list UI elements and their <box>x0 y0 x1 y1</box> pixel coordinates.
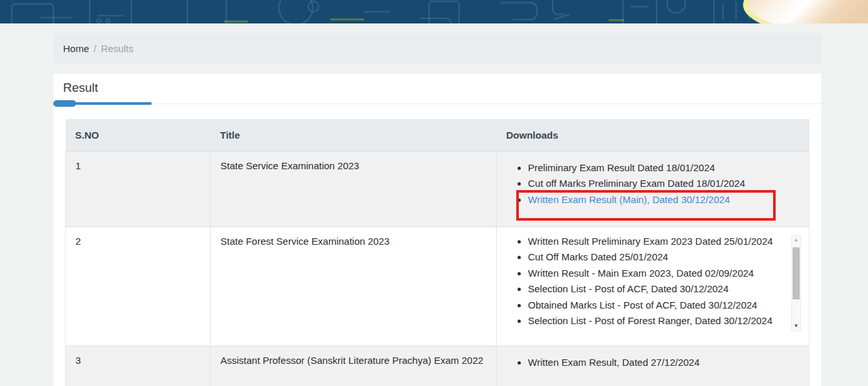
download-item-label[interactable]: Cut off Marks Preliminary Exam Dated 18/… <box>528 178 745 189</box>
table-row-1: 1 State Service Examination 2023 Prelimi… <box>66 151 809 227</box>
download-list: Written Exam Result, Dated 27/12/2024 <box>506 355 801 371</box>
download-item[interactable]: Written Exam Result, Dated 27/12/2024 <box>528 355 801 371</box>
breadcrumb-current: Results <box>101 43 133 54</box>
row3-title: Assistant Professor (Sanskrit Literature… <box>211 346 497 386</box>
row1-downloads: Preliminary Exam Result Dated 18/01/2024… <box>497 151 809 227</box>
title-underline-pill <box>53 100 76 107</box>
download-item-label[interactable]: Written Result Preliminary Exam 2023 Dat… <box>528 236 773 247</box>
download-item-label[interactable]: Cut Off Marks Dated 25/01/2024 <box>528 251 668 262</box>
download-item[interactable]: Written Result Preliminary Exam 2023 Dat… <box>528 234 778 250</box>
download-item-label[interactable]: Obtained Marks List - Post of ACF, Dated… <box>528 299 757 310</box>
download-item[interactable]: Written Exam Result (Main), Dated 30/12/… <box>528 192 801 208</box>
downloads-scroll-area[interactable]: Written Result Preliminary Exam 2023 Dat… <box>506 234 802 333</box>
downloads-scrollbar[interactable]: ▲ ▼ <box>791 235 801 331</box>
download-item-label[interactable]: Preliminary Exam Result Dated 18/01/2024 <box>528 162 715 173</box>
download-item[interactable]: Written Result - Main Exam 2023, Dated 0… <box>528 266 778 282</box>
banner-photo-decoration <box>715 0 868 23</box>
column-header-title: Title <box>211 119 497 151</box>
scroll-down-icon[interactable]: ▼ <box>792 322 800 331</box>
row3-sno: 3 <box>66 346 211 386</box>
column-header-downloads: Downloads <box>497 119 809 151</box>
row3-downloads: Written Exam Result, Dated 27/12/2024 <box>497 346 809 386</box>
row2-downloads: Written Result Preliminary Exam 2023 Dat… <box>497 227 809 346</box>
table-header-row: S.NO Title Downloads <box>66 119 809 151</box>
breadcrumb-separator: / <box>94 43 96 54</box>
download-item[interactable]: Preliminary Exam Result Dated 18/01/2024 <box>528 160 801 176</box>
download-item[interactable]: Selection List - Post of ACF, Dated 30/1… <box>528 281 778 297</box>
download-item-label[interactable]: Selection List - Post of Forest Ranger, … <box>528 315 772 326</box>
page-title: Result <box>63 81 98 95</box>
table-row-3: 3 Assistant Professor (Sanskrit Literatu… <box>66 346 809 386</box>
row2-sno: 2 <box>66 227 211 346</box>
download-item[interactable]: Cut Off Marks Dated 25/01/2024 <box>528 249 778 266</box>
scrollbar-thumb[interactable] <box>793 247 800 299</box>
download-item[interactable]: Obtained Marks List - Post of ACF, Dated… <box>528 297 778 314</box>
column-header-sno: S.NO <box>66 119 211 151</box>
download-list: Written Result Preliminary Exam 2023 Dat… <box>506 234 802 329</box>
row2-title: State Forest Service Examination 2023 <box>211 227 497 346</box>
download-item-label[interactable]: Written Exam Result, Dated 27/12/2024 <box>528 357 700 368</box>
scroll-up-icon[interactable]: ▲ <box>792 236 800 245</box>
result-card: Result S.NO Title Downloads 1 State Serv… <box>53 74 821 386</box>
row1-title: State Service Examination 2023 <box>211 151 497 227</box>
download-item-label[interactable]: Written Result - Main Exam 2023, Dated 0… <box>528 268 754 279</box>
download-link[interactable]: Written Exam Result (Main), Dated 30/12/… <box>528 194 730 205</box>
row1-sno: 1 <box>66 151 211 227</box>
top-banner <box>0 0 868 23</box>
download-item-label[interactable]: Selection List - Post of ACF, Dated 30/1… <box>528 283 729 294</box>
table-row-2: 2 State Forest Service Examination 2023 … <box>66 227 809 346</box>
heading-divider <box>53 103 821 104</box>
download-item-clipped[interactable]: Selection List - Post of Forest Ranger, … <box>528 313 778 329</box>
download-list: Preliminary Exam Result Dated 18/01/2024… <box>506 160 801 208</box>
breadcrumb-home-link[interactable]: Home <box>63 43 89 54</box>
results-table: S.NO Title Downloads 1 State Service Exa… <box>65 119 809 386</box>
breadcrumb: Home / Results <box>53 33 821 63</box>
download-item[interactable]: Cut off Marks Preliminary Exam Dated 18/… <box>528 176 801 192</box>
page: Home / Results Result S.NO Title Downloa… <box>0 0 868 386</box>
